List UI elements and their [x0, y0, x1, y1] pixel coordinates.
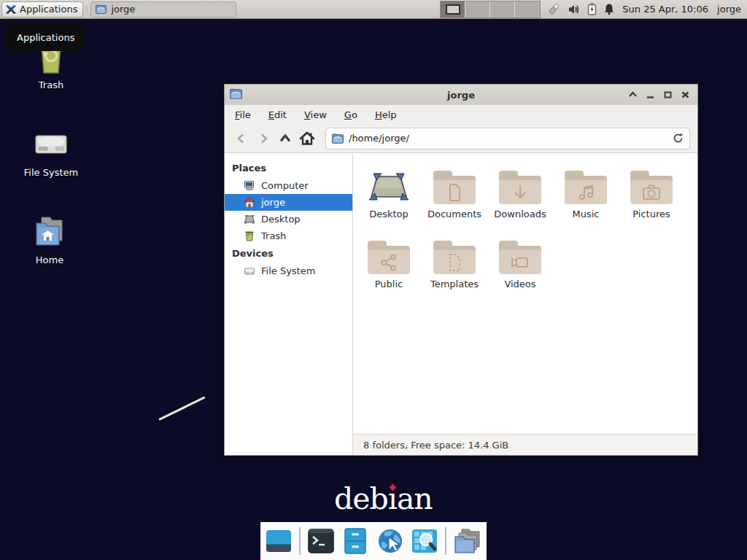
titlebar[interactable]: jorge [225, 85, 697, 105]
workspace-4[interactable] [515, 1, 540, 18]
toolbar: /home/jorge/ [225, 124, 697, 153]
stylus-icon[interactable] [546, 3, 561, 16]
sidebar-header-devices: Devices [225, 244, 352, 262]
system-tray [546, 3, 615, 16]
workspace-2[interactable] [465, 1, 490, 18]
volume-icon[interactable] [568, 4, 581, 15]
applications-tooltip: Applications [6, 24, 85, 51]
sidebar-item-label: File System [261, 265, 315, 276]
up-button[interactable] [276, 129, 295, 148]
file-item-label: Public [375, 279, 403, 289]
desktop-icon[interactable] [265, 526, 293, 556]
main-column: Desktop Documents Downloads [353, 153, 697, 455]
menubar: File Edit View Go Help [225, 105, 697, 124]
documents-folder-icon [433, 171, 476, 204]
dock-panel [260, 522, 487, 560]
file-item-label: Pictures [632, 209, 670, 219]
file-cabinet-icon[interactable] [341, 526, 369, 556]
reload-icon[interactable] [673, 133, 684, 144]
forward-button[interactable] [254, 129, 273, 148]
directory-menu-icon[interactable] [453, 526, 482, 556]
folder-icon [96, 4, 107, 14]
sidebar-item-file-system[interactable]: File System [225, 262, 352, 279]
public-folder-icon [368, 241, 410, 274]
file-item-templates[interactable]: Templates [422, 232, 487, 302]
dock-separator [299, 527, 301, 555]
computer-icon [244, 180, 255, 191]
workspace-1[interactable] [441, 1, 465, 18]
sidebar-item-computer[interactable]: Computer [225, 177, 352, 194]
file-item-label: Templates [430, 279, 479, 289]
battery-charging-icon[interactable] [587, 3, 597, 15]
app-finder-icon[interactable] [411, 526, 438, 556]
location-path[interactable]: /home/jorge/ [349, 133, 667, 144]
home-button[interactable] [298, 129, 317, 148]
statusbar: 8 folders, Free space: 14.4 GiB [353, 434, 697, 455]
sidebar-item-label: Desktop [261, 214, 301, 225]
desktop-places-icon [244, 214, 255, 225]
close-icon[interactable] [681, 90, 690, 99]
menu-view[interactable]: View [304, 109, 327, 120]
menu-help[interactable]: Help [375, 109, 397, 120]
desktop-icon-label: Home [36, 254, 63, 265]
top-panel: Applications ⋮ jorge Sun 25 Apr, 10:06 j… [0, 0, 747, 19]
file-item-label: Documents [427, 209, 481, 219]
workspace-3[interactable] [490, 1, 515, 18]
downloads-folder-icon [499, 171, 541, 204]
sidebar: Places Computer jorge Desktop Trash Devi… [225, 153, 353, 455]
menu-file[interactable]: File [235, 109, 251, 120]
file-item-desktop[interactable]: Desktop [356, 162, 422, 232]
xfce-logo-icon [5, 4, 17, 15]
notifications-bell-icon[interactable] [603, 3, 615, 15]
file-manager-window: jorge File Edit View Go Help [224, 84, 698, 456]
applications-menu-label: Applications [20, 4, 77, 15]
file-item-label: Desktop [369, 209, 409, 219]
terminal-icon[interactable] [307, 526, 335, 556]
videos-folder-icon [499, 241, 541, 274]
panel-user-label[interactable]: jorge [717, 4, 741, 15]
sidebar-item-desktop[interactable]: Desktop [225, 211, 352, 228]
debian-wordmark: debıan [334, 481, 433, 516]
sidebar-item-label: Trash [261, 230, 286, 241]
file-item-pictures[interactable]: Pictures [619, 162, 684, 232]
back-button[interactable] [232, 129, 251, 148]
location-bar[interactable]: /home/jorge/ [325, 128, 690, 149]
folder-icon [332, 133, 344, 144]
panel-handle[interactable]: ⋮ [83, 5, 89, 13]
debian-text: deb [334, 481, 388, 516]
file-item-public[interactable]: Public [356, 232, 422, 302]
file-item-documents[interactable]: Documents [422, 162, 487, 232]
sidebar-item-jorge[interactable]: jorge [225, 194, 352, 211]
taskbar-window-button[interactable]: jorge [90, 1, 236, 18]
file-item-videos[interactable]: Videos [487, 232, 553, 302]
file-item-label: Music [573, 209, 600, 219]
sidebar-item-label: jorge [261, 197, 285, 208]
workspace-switcher [440, 1, 541, 18]
menu-edit[interactable]: Edit [268, 109, 287, 120]
pictures-folder-icon [630, 171, 673, 204]
desktop-special-icon [368, 162, 410, 204]
templates-folder-icon [433, 241, 476, 274]
shade-icon[interactable] [628, 90, 638, 99]
hard-drive-icon [33, 125, 69, 165]
maximize-icon[interactable] [663, 90, 673, 99]
window-controls [628, 85, 690, 105]
home-icon [244, 197, 255, 208]
file-item-music[interactable]: Music [553, 162, 619, 232]
drive-icon [244, 265, 255, 276]
file-item-downloads[interactable]: Downloads [487, 162, 553, 232]
menu-go[interactable]: Go [344, 109, 357, 120]
sidebar-item-trash[interactable]: Trash [225, 228, 352, 244]
panel-clock[interactable]: Sun 25 Apr, 10:06 [622, 4, 708, 15]
window-folder-icon [230, 88, 242, 102]
applications-menu-button[interactable]: Applications [1, 1, 83, 18]
web-browser-icon[interactable] [376, 526, 404, 556]
dock-separator [445, 527, 446, 555]
file-item-label: Downloads [494, 209, 546, 219]
workspace-window-miniature [446, 4, 460, 15]
desktop-icon-file-system[interactable]: File System [16, 125, 86, 178]
desktop-icon-label: Trash [39, 79, 63, 90]
desktop-icon-home[interactable]: Home [15, 213, 85, 265]
applications-tooltip-text: Applications [17, 32, 74, 43]
minimize-icon[interactable] [646, 90, 655, 99]
